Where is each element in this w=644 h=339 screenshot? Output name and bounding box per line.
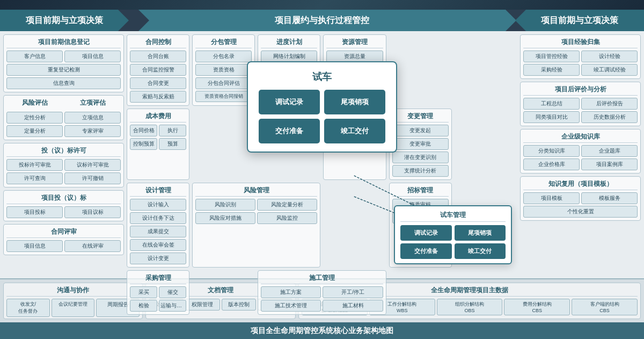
section-subcontract: 分包管理 分包名录 资质资格 分包合同评估 资质资格合同报销 [192, 34, 255, 106]
item-project-ctrl-exp[interactable]: 项目管控经验 [523, 51, 580, 62]
item-contract-price[interactable]: 合同价格 [130, 125, 157, 136]
title-tender: 招标管理 [392, 186, 449, 197]
item-subcontract-list[interactable]: 分包名录 [195, 51, 252, 62]
item-qualification-reimburse[interactable]: 资质资格合同报销 [195, 91, 252, 102]
item-negotiate-permit[interactable]: 议标许可审批 [64, 159, 121, 171]
item-purchase[interactable]: 采买 [130, 286, 157, 298]
item-design-change[interactable]: 设计变更 [130, 253, 186, 264]
item-resource-total[interactable]: 资源总量 [326, 51, 383, 62]
item-risk-identify[interactable]: 风险识别 [195, 199, 255, 211]
spacer8 [192, 270, 255, 315]
trial-btn-handover-prep[interactable]: 交付准备 [259, 119, 320, 143]
item-contract-ledger[interactable]: 合同台账 [130, 51, 186, 62]
item-post-eval-report[interactable]: 后评价报告 [581, 98, 638, 110]
item-classified-kb[interactable]: 分类知识库 [523, 145, 580, 157]
item-contract-monitor[interactable]: 合同监控报警 [130, 64, 186, 76]
item-enterprise-qbank[interactable]: 企业题库 [581, 145, 638, 157]
mgmt-btn-tail[interactable]: 尾项销项 [455, 225, 506, 241]
phase-left: 项目前期与立项决策 [0, 10, 129, 31]
section-risk-mgmt: 风险管理 风险识别 风险定量分析 风险应对措施 风险监控 [192, 183, 320, 268]
item-personalize[interactable]: 个性化重置 [523, 206, 638, 218]
section-post-eval: 项目后评价与分析 工程总结 后评价报告 同类项目对比 历史数据分析 [520, 82, 641, 126]
item-subcontract-eval[interactable]: 分包合同评估 [195, 77, 252, 89]
mgmt-btn-prep[interactable]: 交付准备 [400, 243, 452, 259]
item-historical-analysis[interactable]: 历史数据分析 [581, 111, 638, 123]
item-quantitative[interactable]: 定量分析 [6, 125, 63, 137]
item-contract-project-info[interactable]: 项目信息 [6, 240, 63, 252]
item-qualification[interactable]: 资质资格 [195, 64, 252, 76]
item-online-review[interactable]: 在线评审 [64, 240, 121, 252]
main-content: 项目前期信息登记 客户信息 项目信息 重复登记检测 信息查询 风险评估 立项评估… [0, 31, 644, 278]
item-project-info[interactable]: 项目信息 [64, 51, 121, 62]
item-project-negotiate[interactable]: 项目议标 [64, 206, 121, 218]
item-result-submit[interactable]: 成果提交 [130, 226, 186, 237]
section-template: 知识复用（项目模板） 项目模板 模板服务 个性化重置 [520, 176, 641, 221]
item-network-plan[interactable]: 网络计划编制 [261, 51, 317, 62]
item-permit-query[interactable]: 许可查询 [6, 172, 63, 184]
spacer2 [455, 34, 517, 106]
title-contract-ctrl: 合同控制 [130, 38, 186, 48]
section-experience: 项目经验归集 项目管控经验 设计经验 采购经验 竣工调试经验 [520, 34, 641, 79]
section-bid-permit: 投（议）标许可 投标许可审批 议标许可审批 许可查询 许可撤销 [3, 143, 124, 187]
title-construction: 施工管理 [261, 273, 383, 284]
item-change-initiate[interactable]: 变更发起 [392, 125, 449, 136]
item-construction-plan[interactable]: 施工方案 [261, 286, 321, 298]
trial-btn-tail[interactable]: 尾项销项 [324, 90, 385, 114]
trial-modal-grid: 调试记录 尾项销项 交付准备 竣工交付 [259, 90, 385, 143]
title-progress: 进度计划 [261, 38, 317, 48]
spacer3 [192, 109, 255, 180]
item-project-tender[interactable]: 项目投标 [6, 206, 63, 218]
item-expert-review[interactable]: 专家评审 [64, 125, 121, 137]
item-risk-monitor[interactable]: 风险监控 [257, 212, 317, 224]
item-bid-permit-approve[interactable]: 投标许可审批 [6, 159, 63, 171]
item-cbs2[interactable]: 客户端的结构CBS [572, 299, 638, 315]
item-change-stat[interactable]: 支撑统计分析 [392, 165, 449, 177]
right-col: 项目经验归集 项目管控经验 设计经验 采购经验 竣工调试经验 项目后评价与分析 … [520, 34, 641, 275]
trial-btn-completion[interactable]: 竣工交付 [324, 119, 385, 143]
spacer9 [389, 270, 452, 315]
item-enterprise-price[interactable]: 企业价格库 [523, 158, 580, 170]
item-template-service[interactable]: 模板服务 [581, 192, 638, 204]
item-design-input[interactable]: 设计输入 [130, 199, 186, 211]
item-design-task[interactable]: 设计任务下达 [130, 212, 186, 224]
item-claim[interactable]: 索赔与反索赔 [130, 91, 186, 103]
item-meeting-mgmt[interactable]: 会议纪要管理 [52, 299, 95, 317]
item-duplicate-check[interactable]: 重复登记检测 [6, 64, 121, 76]
item-risk-quant[interactable]: 风险定量分析 [257, 199, 317, 211]
item-change-approve[interactable]: 变更审批 [392, 138, 449, 150]
item-execute[interactable]: 执行 [159, 125, 186, 136]
item-case-library[interactable]: 项目案例库 [581, 158, 638, 170]
spacer10 [455, 270, 517, 315]
title-communication: 沟通与协作 [6, 286, 140, 297]
item-transport[interactable]: 运输与仓储 [159, 300, 186, 312]
item-urge[interactable]: 催交 [159, 286, 186, 298]
title-change-mgmt: 变更管理 [392, 112, 449, 122]
item-establish-info[interactable]: 立项信息 [64, 112, 121, 124]
item-qualitative[interactable]: 定性分析 [6, 112, 63, 124]
item-engineering-summary[interactable]: 工程总结 [523, 98, 580, 110]
item-info-query[interactable]: 信息查询 [6, 77, 121, 89]
item-completion-exp[interactable]: 竣工调试经验 [581, 64, 638, 76]
item-procurement-exp[interactable]: 采购经验 [523, 64, 580, 76]
item-similar-compare[interactable]: 同类项目对比 [523, 111, 580, 123]
item-design-exp[interactable]: 设计经验 [581, 51, 638, 62]
item-customer-info[interactable]: 客户信息 [6, 51, 63, 62]
phase-left-label: 项目前期与立项决策 [26, 15, 103, 26]
item-permit-revoke[interactable]: 许可撤销 [64, 172, 121, 184]
item-budget[interactable]: 预算 [159, 138, 186, 150]
item-online-review2[interactable]: 在线会审会签 [130, 239, 186, 251]
mgmt-btn-completion[interactable]: 竣工交付 [455, 243, 506, 259]
title-cost: 成本费用 [130, 112, 186, 122]
item-contract-change[interactable]: 合同变更 [130, 77, 186, 89]
item-control-budget[interactable]: 控制预算 [130, 138, 157, 150]
item-construction-material[interactable]: 施工材料 [323, 300, 383, 312]
item-risk-response[interactable]: 风险应对措施 [195, 212, 255, 224]
item-construction-tech[interactable]: 施工技术管理 [261, 300, 321, 312]
item-start-stop[interactable]: 开工/停工 [323, 286, 383, 298]
item-inspect[interactable]: 检验 [130, 300, 157, 312]
trial-btn-debug[interactable]: 调试记录 [259, 90, 320, 114]
item-latent-change[interactable]: 潜在变更识别 [392, 152, 449, 163]
item-project-template[interactable]: 项目模板 [523, 192, 580, 204]
mgmt-btn-debug[interactable]: 调试记录 [400, 225, 452, 241]
item-dispatch[interactable]: 收发文/任务督办 [6, 299, 50, 317]
